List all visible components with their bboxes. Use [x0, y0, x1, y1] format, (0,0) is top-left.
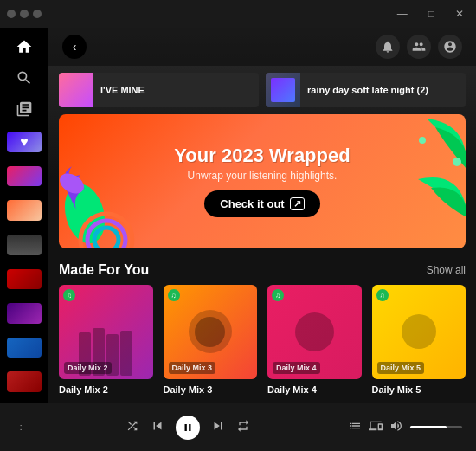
svg-point-6: [453, 158, 461, 166]
daily-mix-5-card[interactable]: ♫ Daily Mix 5 Daily Mix 5: [372, 285, 466, 395]
daily-mix-5-thumb: ♫ Daily Mix 5: [372, 285, 466, 379]
daily-mix-4-title: Daily Mix 4: [267, 384, 362, 395]
volume-bar[interactable]: [410, 426, 462, 428]
dot-3: [33, 10, 42, 18]
playlist-thumb-6[interactable]: [7, 338, 42, 358]
wrapped-text: Your 2023 Wrapped Unwrap your listening …: [174, 145, 350, 217]
wrapped-banner[interactable]: Your 2023 Wrapped Unwrap your listening …: [59, 114, 466, 248]
titlebar: — □ ✕: [0, 0, 476, 28]
daily-mix-3-overlay: Daily Mix 3: [169, 362, 216, 374]
recent-item-ive-mine[interactable]: I'VE MINE: [59, 73, 259, 107]
maximize-button[interactable]: □: [423, 6, 440, 22]
app-layout: ♥ ‹: [0, 28, 476, 403]
made-for-you-title: Made For You: [59, 262, 149, 278]
sidebar: ♥: [0, 28, 48, 403]
dot-2: [20, 10, 29, 18]
player-bar: --:--: [0, 403, 476, 451]
wrapped-subtitle: Unwrap your listening highlights.: [174, 170, 350, 182]
library-nav-icon[interactable]: [10, 100, 38, 118]
daily-mix-2-card[interactable]: ♫ Daily Mix 2 Daily Mix 2: [59, 285, 153, 395]
spotify-badge-mix4: ♫: [272, 289, 284, 301]
main-content: ‹ I'VE MINE: [48, 28, 476, 403]
time-left: --:--: [14, 422, 28, 432]
home-nav-icon[interactable]: [10, 38, 38, 55]
playlist-thumb-3[interactable]: [7, 235, 42, 255]
player-left: --:--: [14, 422, 28, 432]
volume-fill: [410, 426, 447, 428]
wrapped-title: Your 2023 Wrapped: [174, 145, 350, 166]
banner-left-decoration: [59, 140, 167, 248]
daily-mix-4-card[interactable]: ♫ Daily Mix 4 Daily Mix 4: [267, 285, 362, 395]
nav-icons: [376, 35, 462, 59]
daily-mix-3-thumb: ♫ Daily Mix 3: [164, 285, 258, 379]
window-controls: — □ ✕: [392, 6, 469, 22]
minimize-button[interactable]: —: [392, 6, 413, 22]
top-nav: ‹: [48, 28, 476, 66]
liked-songs-icon[interactable]: ♥: [7, 132, 42, 152]
next-button[interactable]: [210, 418, 226, 437]
daily-mix-5-overlay: Daily Mix 5: [377, 362, 425, 374]
close-button[interactable]: ✕: [450, 6, 469, 22]
search-nav-icon[interactable]: [10, 69, 38, 87]
repeat-button[interactable]: [236, 419, 250, 436]
player-controls: [125, 416, 250, 440]
playlist-thumb-5[interactable]: [7, 303, 42, 324]
mixes-row: ♫ Daily Mix 2 Daily Mix 2: [48, 285, 476, 395]
content-scroll: I'VE MINE rainy day soft late night (2): [48, 28, 476, 403]
profile-button[interactable]: [438, 35, 462, 59]
daily-mix-4-thumb: ♫ Daily Mix 4: [267, 285, 362, 379]
recent-item-rainy[interactable]: rainy day soft late night (2): [266, 73, 466, 107]
devices-button[interactable]: [369, 419, 383, 436]
prev-button[interactable]: [150, 418, 165, 437]
show-all-button[interactable]: Show all: [427, 264, 466, 276]
rainy-thumb: [266, 73, 300, 107]
daily-mix-2-thumb: ♫ Daily Mix 2: [59, 285, 153, 379]
spotify-badge-mix3: ♫: [168, 289, 180, 301]
recent-row: I'VE MINE rainy day soft late night (2): [48, 66, 476, 114]
daily-mix-2-overlay: Daily Mix 2: [64, 362, 112, 374]
daily-mix-2-title: Daily Mix 2: [59, 384, 153, 395]
queue-button[interactable]: [348, 419, 362, 436]
window-dots: [7, 10, 42, 18]
volume-button[interactable]: [389, 419, 403, 436]
playlist-thumb-2[interactable]: [7, 200, 42, 221]
play-pause-button[interactable]: [176, 416, 200, 440]
ive-mine-title: I'VE MINE: [93, 85, 151, 95]
check-it-out-label: Check it out: [220, 197, 284, 210]
shuffle-button[interactable]: [125, 419, 139, 436]
dot-1: [7, 10, 16, 18]
daily-mix-4-overlay: Daily Mix 4: [273, 362, 320, 374]
check-it-out-button[interactable]: Check it out ↗: [204, 190, 319, 217]
playlist-thumb-7[interactable]: [7, 371, 42, 392]
back-button[interactable]: ‹: [62, 35, 87, 59]
daily-mix-3-title: Daily Mix 3: [164, 384, 258, 395]
daily-mix-3-card[interactable]: ♫ Daily Mix 3 Daily Mix 3: [164, 285, 258, 395]
notifications-button[interactable]: [376, 35, 400, 59]
daily-mix-5-title: Daily Mix 5: [372, 384, 466, 395]
playlist-thumb-4[interactable]: [7, 269, 42, 290]
friends-button[interactable]: [407, 35, 431, 59]
player-right: [348, 419, 462, 436]
banner-right-decoration: [357, 114, 466, 222]
external-link-icon: ↗: [290, 197, 305, 210]
ive-mine-thumb: [59, 73, 93, 107]
spotify-badge-mix5: ♫: [376, 289, 389, 301]
rainy-title: rainy day soft late night (2): [300, 85, 435, 95]
made-for-you-header: Made For You Show all: [48, 259, 476, 285]
spotify-badge-mix2: ♫: [63, 289, 75, 301]
playlist-thumb-1[interactable]: [7, 166, 42, 187]
svg-point-5: [419, 137, 426, 144]
